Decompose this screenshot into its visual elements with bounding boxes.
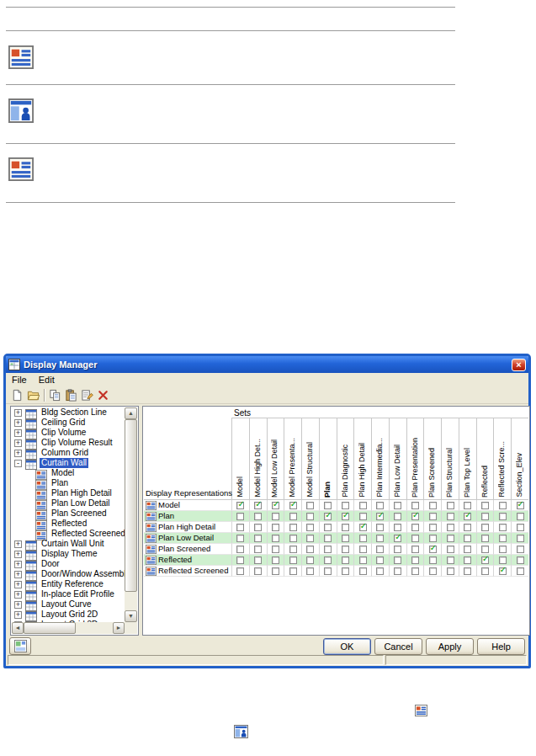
checkbox[interactable]: [272, 535, 279, 542]
checkbox[interactable]: [236, 502, 244, 509]
tree-item[interactable]: +Bldg Section Line: [12, 407, 125, 418]
open-button[interactable]: [25, 387, 41, 402]
checkbox[interactable]: [394, 556, 401, 564]
tree-item[interactable]: +Entity Reference: [12, 579, 125, 589]
expand-icon[interactable]: +: [14, 571, 22, 578]
expand-icon[interactable]: +: [14, 591, 22, 599]
checkbox[interactable]: [447, 546, 454, 553]
vertical-scrollbar-thumb[interactable]: [125, 419, 137, 592]
scroll-left-icon[interactable]: ◄: [12, 622, 24, 634]
checkbox[interactable]: [359, 524, 367, 531]
checkbox[interactable]: [324, 524, 332, 531]
checkbox[interactable]: [306, 567, 314, 575]
checkbox[interactable]: [359, 556, 367, 564]
checkbox[interactable]: [447, 502, 454, 509]
copy-button[interactable]: [47, 387, 63, 402]
help-button[interactable]: Help: [477, 638, 525, 655]
tree-vertical-scrollbar[interactable]: ▲ ▼: [125, 407, 137, 622]
checkbox[interactable]: [289, 556, 297, 564]
checkbox[interactable]: [481, 535, 489, 542]
checkbox[interactable]: [254, 524, 262, 531]
expand-icon[interactable]: +: [14, 439, 22, 447]
checkbox[interactable]: [517, 502, 524, 509]
checkbox[interactable]: [376, 556, 384, 564]
checkbox[interactable]: [376, 524, 384, 531]
checkbox[interactable]: [447, 567, 454, 575]
checkbox[interactable]: [394, 567, 401, 575]
checkbox[interactable]: [289, 567, 297, 575]
checkbox[interactable]: [324, 567, 332, 575]
cancel-button[interactable]: Cancel: [374, 638, 422, 655]
checkbox[interactable]: [376, 567, 384, 575]
checkbox[interactable]: [464, 567, 471, 575]
expand-icon[interactable]: +: [14, 450, 22, 457]
menu-file[interactable]: File: [6, 374, 33, 386]
checkbox[interactable]: [254, 556, 262, 564]
tree-item[interactable]: Reflected Screened: [12, 529, 125, 539]
checkbox[interactable]: [324, 546, 332, 553]
expand-icon[interactable]: +: [14, 551, 22, 558]
tree-item[interactable]: +Door/Window Assembly: [12, 569, 125, 579]
tree-item[interactable]: +Ceiling Grid: [12, 418, 125, 428]
menu-edit[interactable]: Edit: [33, 374, 61, 386]
apply-button[interactable]: Apply: [426, 638, 474, 655]
checkbox[interactable]: [236, 524, 244, 531]
checkbox[interactable]: [342, 556, 349, 564]
checkbox[interactable]: [447, 556, 454, 564]
checkbox[interactable]: [429, 556, 437, 564]
tree-item[interactable]: Plan Low Detail: [12, 498, 125, 508]
tree-item[interactable]: +Column Grid: [12, 448, 125, 458]
checkbox[interactable]: [289, 546, 297, 553]
checkbox[interactable]: [517, 567, 524, 575]
checkbox[interactable]: [359, 546, 367, 553]
checkbox[interactable]: [342, 513, 349, 520]
checkbox[interactable]: [376, 535, 384, 542]
expand-icon[interactable]: +: [14, 429, 22, 437]
expand-icon[interactable]: +: [14, 601, 22, 609]
rename-button[interactable]: [79, 387, 95, 402]
checkbox[interactable]: [517, 535, 524, 542]
checkbox[interactable]: [272, 567, 279, 575]
checkbox[interactable]: [481, 567, 489, 575]
scroll-down-icon[interactable]: ▼: [125, 610, 137, 622]
expand-icon[interactable]: +: [14, 561, 22, 568]
tree-item[interactable]: +Door: [12, 559, 125, 569]
paste-button[interactable]: [63, 387, 79, 402]
checkbox[interactable]: [481, 513, 489, 520]
checkbox[interactable]: [359, 567, 367, 575]
checkbox[interactable]: [236, 535, 244, 542]
checkbox[interactable]: [394, 513, 401, 520]
checkbox[interactable]: [429, 546, 437, 553]
checkbox[interactable]: [499, 524, 507, 531]
checkbox[interactable]: [254, 535, 262, 542]
checkbox[interactable]: [499, 546, 507, 553]
checkbox[interactable]: [481, 524, 489, 531]
expand-icon[interactable]: +: [14, 540, 22, 548]
tree-item[interactable]: +Layout Grid 2D: [12, 610, 125, 620]
checkbox[interactable]: [464, 502, 471, 509]
checkbox[interactable]: [254, 546, 262, 553]
checkbox[interactable]: [306, 546, 314, 553]
tree-item[interactable]: Plan: [12, 478, 125, 488]
checkbox[interactable]: [394, 524, 401, 531]
checkbox[interactable]: [306, 524, 314, 531]
tree-item[interactable]: Plan Screened: [12, 508, 125, 519]
checkbox[interactable]: [394, 502, 401, 509]
checkbox[interactable]: [306, 502, 314, 509]
checkbox[interactable]: [411, 513, 419, 520]
checkbox[interactable]: [324, 535, 332, 542]
checkbox[interactable]: [272, 502, 279, 509]
checkbox[interactable]: [517, 546, 524, 553]
checkbox[interactable]: [272, 556, 279, 564]
checkbox[interactable]: [411, 524, 419, 531]
checkbox[interactable]: [342, 535, 349, 542]
checkbox[interactable]: [429, 513, 437, 520]
checkbox[interactable]: [411, 556, 419, 564]
checkbox[interactable]: [499, 513, 507, 520]
checkbox[interactable]: [306, 556, 314, 564]
checkbox[interactable]: [324, 513, 332, 520]
delete-button[interactable]: [95, 387, 111, 402]
checkbox[interactable]: [289, 524, 297, 531]
checkbox[interactable]: [394, 546, 401, 553]
checkbox[interactable]: [447, 513, 454, 520]
